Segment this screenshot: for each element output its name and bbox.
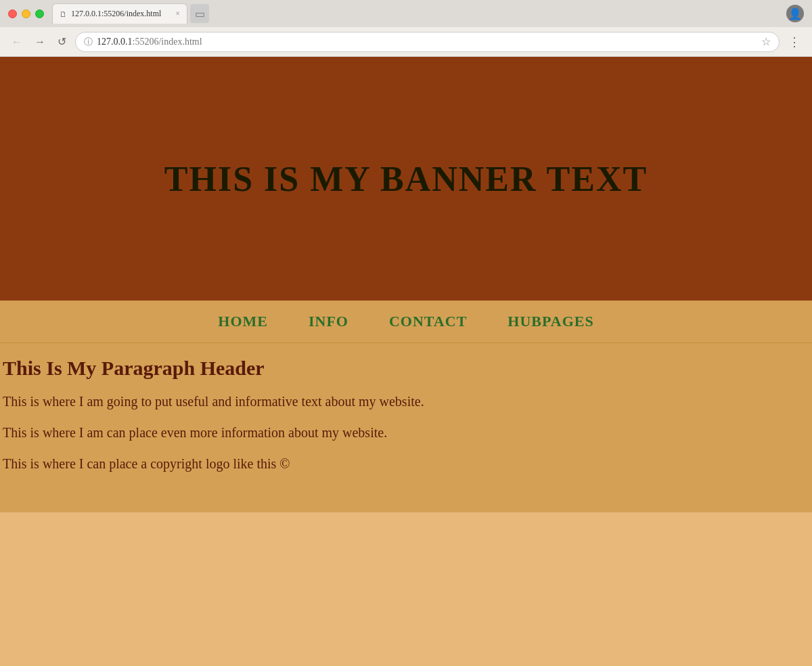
close-window-button[interactable]: [8, 9, 17, 18]
back-button[interactable]: ←: [8, 35, 26, 49]
paragraph-3: This is where I can place a copyright lo…: [0, 454, 812, 473]
paragraph-header: This Is My Paragraph Header: [0, 357, 812, 380]
url-path: :55206/index.html: [133, 37, 202, 47]
profile-icon: 👤: [788, 7, 802, 20]
forward-button[interactable]: →: [31, 35, 49, 49]
tab-close-button[interactable]: ×: [175, 9, 180, 19]
maximize-window-button[interactable]: [35, 9, 44, 18]
bookmark-icon[interactable]: ☆: [761, 35, 771, 48]
nav-info[interactable]: INFO: [309, 313, 348, 330]
toolbar: ← → ↺ ⓘ 127.0.0.1 :55206/index.html ☆ ⋮: [0, 27, 812, 57]
banner-text: THIS IS MY BANNER TEXT: [164, 159, 648, 199]
browser-chrome: 🗋 127.0.0.1:55206/index.html × ▭ 👤 ← → ↺…: [0, 0, 812, 57]
titlebar: 🗋 127.0.0.1:55206/index.html × ▭ 👤: [0, 0, 812, 27]
paragraph-2: This is where I am can place even more i…: [0, 423, 812, 442]
website-content: THIS IS MY BANNER TEXT HOME INFO CONTACT…: [0, 57, 812, 512]
minimize-window-button[interactable]: [22, 9, 30, 18]
nav-home[interactable]: HOME: [218, 313, 268, 330]
nav-area: HOME INFO CONTACT HUBPAGES: [0, 301, 812, 343]
info-icon: ⓘ: [84, 36, 93, 48]
tab-bar: 🗋 127.0.0.1:55206/index.html × ▭: [52, 3, 209, 24]
traffic-lights: [8, 9, 44, 18]
profile-button[interactable]: 👤: [786, 5, 804, 22]
reload-button[interactable]: ↺: [54, 34, 70, 49]
new-tab-button[interactable]: ▭: [190, 4, 209, 23]
tab-title: 127.0.0.1:55206/index.html: [71, 9, 161, 19]
banner: THIS IS MY BANNER TEXT: [0, 57, 812, 301]
paragraph-1: This is where I am going to put useful a…: [0, 392, 812, 411]
address-bar[interactable]: ⓘ 127.0.0.1 :55206/index.html ☆: [75, 32, 780, 52]
new-tab-icon: ▭: [195, 7, 205, 20]
url-host: 127.0.0.1: [97, 37, 133, 47]
nav-contact[interactable]: CONTACT: [389, 313, 467, 330]
content-area: This Is My Paragraph Header This is wher…: [0, 343, 812, 512]
active-tab[interactable]: 🗋 127.0.0.1:55206/index.html ×: [52, 3, 187, 24]
tab-page-icon: 🗋: [60, 10, 67, 18]
nav-hubpages[interactable]: HUBPAGES: [508, 313, 593, 330]
browser-menu-button[interactable]: ⋮: [785, 33, 804, 51]
